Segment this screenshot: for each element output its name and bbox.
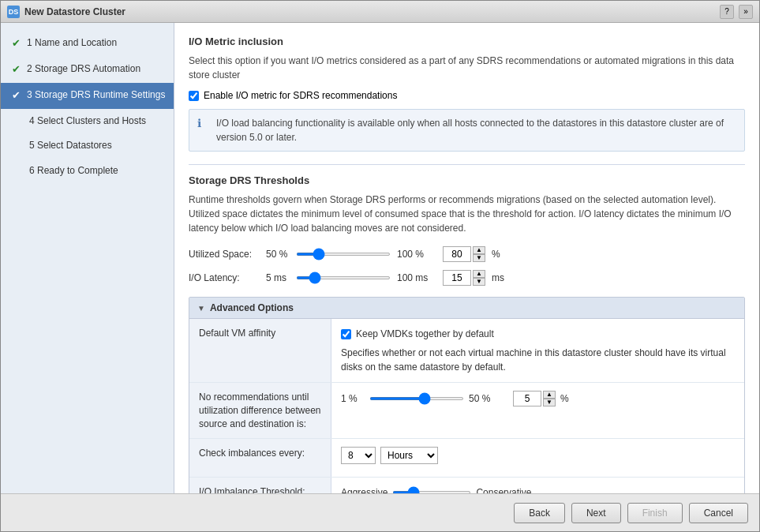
- no-recommendations-inner: 1 % 50 % ▲ ▼ %: [341, 391, 735, 406]
- sidebar-label-2: 2 Storage DRS Automation: [27, 63, 166, 76]
- io-latency-spinner-btns: ▲ ▼: [473, 270, 485, 286]
- thresholds-title: Storage DRS Thresholds: [189, 174, 745, 186]
- check-imbalances-row: Check imbalances every: 8 12 24 Hours: [189, 439, 744, 478]
- sidebar-item-storage-drs-automation[interactable]: ✔ 2 Storage DRS Automation: [1, 57, 174, 83]
- vm-affinity-content: Keep VMDKs together by default Specifies…: [331, 319, 744, 382]
- check-icon-1: ✔: [12, 37, 21, 51]
- window-icon: DS: [7, 6, 20, 18]
- sidebar-label-3: 3 Storage DRS Runtime Settings: [27, 89, 166, 102]
- no-rec-input[interactable]: [513, 391, 541, 406]
- sidebar-label-4: 4 Select Clusters and Hosts: [29, 115, 166, 128]
- utilized-space-up[interactable]: ▲: [473, 246, 485, 254]
- sidebar-item-select-clusters[interactable]: 4 Select Clusters and Hosts: [1, 109, 174, 134]
- vm-affinity-label: Default VM affinity: [189, 319, 331, 382]
- advanced-options-body: Default VM affinity Keep VMDKs together …: [189, 319, 744, 493]
- finish-button[interactable]: Finish: [627, 503, 683, 523]
- io-imbalance-conservative-label: Conservative: [476, 485, 531, 493]
- io-imbalance-content: Aggressive Conservative The I/O imbalanc…: [331, 478, 744, 493]
- io-imbalance-row: I/O Imbalance Threshold: Aggressive Cons…: [189, 478, 744, 493]
- utilized-space-row: Utilized Space: 50 % 100 % ▲ ▼ %: [189, 246, 745, 262]
- no-rec-spinner: ▲ ▼: [513, 391, 556, 406]
- no-recommendations-slider[interactable]: [369, 397, 464, 400]
- io-latency-max: 100 ms: [397, 272, 436, 283]
- no-rec-spinner-btns: ▲ ▼: [543, 391, 556, 406]
- help-button[interactable]: ?: [720, 5, 734, 19]
- check-imbalances-content: 8 12 24 Hours Minutes: [331, 439, 744, 477]
- info-icon: ℹ: [197, 117, 210, 129]
- main-window: DS New Datastore Cluster ? » ✔ 1 Name an…: [0, 0, 760, 532]
- utilized-space-slider[interactable]: [296, 253, 391, 256]
- utilized-space-input[interactable]: [443, 246, 471, 262]
- io-imbalance-label: I/O Imbalance Threshold:: [189, 478, 331, 493]
- sidebar-item-name-location[interactable]: ✔ 1 Name and Location: [1, 31, 174, 57]
- utilized-space-min: 50 %: [266, 249, 290, 260]
- sidebar-label-6: 6 Ready to Complete: [29, 165, 166, 178]
- advanced-options-label: Advanced Options: [210, 302, 294, 313]
- vm-affinity-row: Default VM affinity Keep VMDKs together …: [189, 319, 744, 383]
- io-latency-down[interactable]: ▼: [473, 278, 485, 286]
- check-imbalances-label: Check imbalances every:: [189, 439, 331, 477]
- titlebar-left: DS New Datastore Cluster: [7, 6, 125, 18]
- check-icon-3: ✔: [12, 89, 21, 103]
- io-info-text: I/O load balancing functionality is avai…: [216, 116, 736, 144]
- vm-affinity-checkbox-row: Keep VMDKs together by default: [341, 327, 735, 341]
- no-rec-unit: %: [560, 392, 569, 406]
- main-content: I/O Metric inclusion Select this option …: [174, 23, 759, 493]
- no-rec-up[interactable]: ▲: [543, 391, 556, 399]
- enable-io-metric-row: Enable I/O metric for SDRS recommendatio…: [189, 90, 745, 101]
- vm-affinity-desc: Specifies whether or not each virtual ma…: [341, 346, 735, 374]
- enable-io-metric-label: Enable I/O metric for SDRS recommendatio…: [204, 90, 397, 101]
- io-latency-input[interactable]: [443, 270, 471, 286]
- chevron-down-icon: ▼: [197, 304, 205, 313]
- io-latency-unit: ms: [492, 272, 504, 283]
- io-metric-desc: Select this option if you want I/O metri…: [189, 54, 745, 82]
- check-imbalances-value-select[interactable]: 8 12 24: [341, 447, 376, 464]
- io-imbalance-slider-row: Aggressive Conservative: [341, 485, 735, 493]
- io-latency-slider[interactable]: [296, 276, 391, 279]
- no-rec-down[interactable]: ▼: [543, 399, 556, 406]
- titlebar-right: ? »: [720, 5, 753, 19]
- check-imbalances-unit-select[interactable]: Hours Minutes: [380, 447, 438, 464]
- titlebar: DS New Datastore Cluster ? »: [1, 1, 759, 23]
- utilized-space-max: 100 %: [397, 249, 436, 260]
- window-title: New Datastore Cluster: [24, 6, 125, 17]
- next-button[interactable]: Next: [571, 503, 621, 523]
- cancel-button[interactable]: Cancel: [689, 503, 748, 523]
- no-recommendations-row: No recommendations until utilization dif…: [189, 383, 744, 439]
- utilized-space-spinner: ▲ ▼: [443, 246, 485, 262]
- expand-button[interactable]: »: [739, 5, 753, 19]
- thresholds-desc: Runtime thresholds govern when Storage D…: [189, 193, 745, 235]
- enable-io-metric-checkbox[interactable]: [189, 91, 199, 101]
- sidebar: ✔ 1 Name and Location ✔ 2 Storage DRS Au…: [1, 23, 174, 493]
- footer: Back Next Finish Cancel: [1, 493, 759, 531]
- sidebar-label-5: 5 Select Datastores: [29, 140, 166, 152]
- sidebar-item-storage-drs-runtime[interactable]: ✔ 3 Storage DRS Runtime Settings: [1, 83, 174, 109]
- advanced-options-header[interactable]: ▼ Advanced Options: [189, 298, 744, 319]
- no-rec-min: 1 %: [341, 392, 365, 406]
- io-imbalance-aggressive-label: Aggressive: [341, 485, 387, 493]
- io-latency-spinner: ▲ ▼: [443, 270, 485, 286]
- sidebar-label-1: 1 Name and Location: [27, 37, 166, 50]
- check-icon-2: ✔: [12, 63, 21, 77]
- no-recommendations-label: No recommendations until utilization dif…: [189, 383, 331, 438]
- back-button[interactable]: Back: [514, 503, 565, 523]
- utilized-space-down[interactable]: ▼: [473, 254, 485, 262]
- advanced-options-section: ▼ Advanced Options Default VM affinity K…: [189, 297, 745, 493]
- thresholds-section: Storage DRS Thresholds Runtime threshold…: [189, 164, 745, 286]
- io-metric-title: I/O Metric inclusion: [189, 36, 745, 47]
- content-area: ✔ 1 Name and Location ✔ 2 Storage DRS Au…: [1, 23, 759, 493]
- sidebar-item-ready-to-complete[interactable]: 6 Ready to Complete: [1, 159, 174, 184]
- utilized-space-unit: %: [492, 249, 500, 260]
- io-latency-min: 5 ms: [266, 272, 290, 283]
- sidebar-item-select-datastores[interactable]: 5 Select Datastores: [1, 133, 174, 159]
- utilized-space-label: Utilized Space:: [189, 249, 260, 260]
- io-latency-up[interactable]: ▲: [473, 270, 485, 278]
- no-recommendations-content: 1 % 50 % ▲ ▼ %: [331, 383, 744, 438]
- no-rec-max: 50 %: [469, 392, 508, 406]
- vm-affinity-checkbox-label: Keep VMDKs together by default: [356, 327, 494, 341]
- io-latency-label: I/O Latency:: [189, 272, 260, 283]
- vm-affinity-checkbox[interactable]: [341, 329, 351, 339]
- utilized-space-spinner-btns: ▲ ▼: [473, 246, 485, 262]
- check-imbalances-inner: 8 12 24 Hours Minutes: [341, 447, 735, 464]
- io-info-box: ℹ I/O load balancing functionality is av…: [189, 109, 745, 152]
